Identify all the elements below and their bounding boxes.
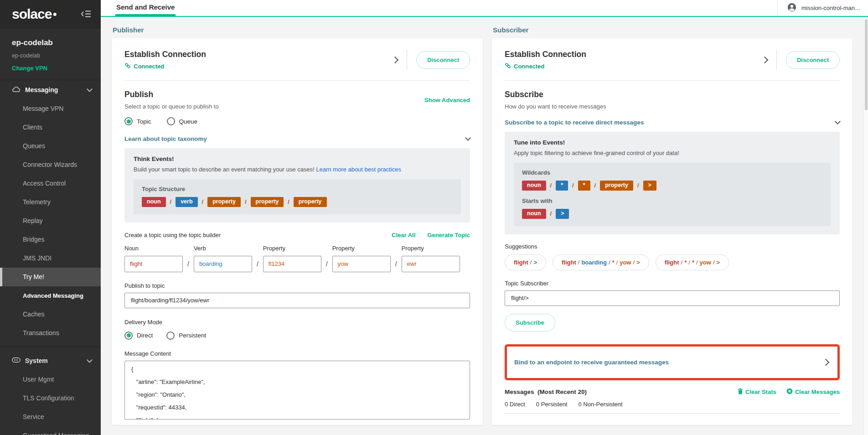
account-menu[interactable]: mission-control-man… <box>777 0 868 16</box>
clear-messages-link[interactable]: Clear Messages <box>786 388 840 396</box>
sidebar-item-message-vpn[interactable]: Message VPN <box>0 99 101 118</box>
suggestion-chip[interactable]: flight/*/*/yow/> <box>656 254 729 270</box>
radio-topic[interactable]: Topic <box>124 117 151 125</box>
sidebar-section-system[interactable]: System <box>0 351 101 370</box>
sidebar-item-user-mgmt[interactable]: User Mgmt <box>0 370 101 389</box>
direct-subscribe-link[interactable]: Subscribe to a topic to receive direct m… <box>505 119 644 126</box>
radio-queue-control[interactable] <box>167 117 175 125</box>
sidebar-section-label: Messaging <box>25 86 58 93</box>
message-content-textarea[interactable]: { "airline": "ExampleAirline", "region":… <box>124 361 470 419</box>
starts-with-label: Starts with <box>522 197 822 204</box>
topic-subscriber-input[interactable] <box>505 290 840 306</box>
system-icon <box>12 357 21 364</box>
suggestion-chips: flight/> flight/boarding/*/yow/> flight/… <box>505 254 840 270</box>
chevron-down-icon[interactable] <box>465 135 471 141</box>
divider <box>505 80 840 81</box>
think-events-title: Think Events! <box>134 155 461 162</box>
sidebar-item-try-me[interactable]: Try Me! <box>0 268 101 286</box>
radio-queue[interactable]: Queue <box>167 117 198 125</box>
user-avatar-icon <box>787 2 797 14</box>
property-input-2[interactable] <box>332 256 391 272</box>
chevron-right-icon[interactable] <box>822 358 830 366</box>
starts-with-badges: noun / > <box>522 209 822 219</box>
property-input-3[interactable] <box>402 256 460 272</box>
sidebar-item-telemetry[interactable]: Telemetry <box>0 193 101 212</box>
sidebar-item-access-control[interactable]: Access Control <box>0 174 101 193</box>
topic-badge: verb <box>176 197 197 207</box>
scrollbar-thumb[interactable] <box>865 19 868 110</box>
vpn-name: ep-codelab <box>12 38 89 47</box>
radio-persistent-control[interactable] <box>166 331 175 340</box>
tab-send-and-receive[interactable]: Send and Receive <box>115 0 176 16</box>
noun-input[interactable] <box>124 256 183 272</box>
radio-persistent[interactable]: Persistent <box>166 331 206 340</box>
sidebar-item-bridges[interactable]: Bridges <box>0 230 101 249</box>
bind-endpoint-link[interactable]: Bind to an endpoint to receive guarantee… <box>514 359 669 366</box>
generate-topic-link[interactable]: Generate Topic <box>427 232 470 238</box>
field-property-3: Property <box>402 245 460 272</box>
messages-title: Messages (Most Recent 20) <box>505 388 587 395</box>
publish-topic-input[interactable] <box>124 293 470 308</box>
topbar: Send and Receive mission-control-man… <box>101 0 868 17</box>
topic-badge: * <box>578 181 590 191</box>
topic-structure-label: Topic Structure <box>142 186 453 192</box>
messages-recent-label: (Most Recent 20) <box>537 388 587 395</box>
suggestion-chip[interactable]: flight/boarding/*/yow/> <box>553 254 649 270</box>
field-property-1: Property <box>263 245 321 272</box>
topic-structure-badges: noun / verb / property / property / prop… <box>142 197 453 207</box>
account-label: mission-control-man… <box>801 5 861 11</box>
chevron-down-icon[interactable] <box>835 119 841 124</box>
sidebar-item-queues[interactable]: Queues <box>0 137 101 155</box>
sidebar-item-jms-jndi[interactable]: JMS JNDI <box>0 249 101 268</box>
sidebar-item-caches[interactable]: Caches <box>0 305 101 324</box>
sidebar-item-connector-wizards[interactable]: Connector Wizards <box>0 155 101 174</box>
chevron-right-icon[interactable] <box>392 56 399 63</box>
show-advanced-link[interactable]: Show Advanced <box>424 97 470 104</box>
change-vpn-link[interactable]: Change VPN <box>12 65 89 72</box>
publish-topic-label: Publish to topic <box>124 282 470 289</box>
sidebar-item-replay[interactable]: Replay <box>0 212 101 230</box>
sidebar-collapse-icon[interactable] <box>81 10 92 18</box>
delivery-radio-group: Direct Persistent <box>124 331 470 340</box>
disconnect-button[interactable]: Disconnect <box>416 51 470 69</box>
sidebar-item-tls-configuration[interactable]: TLS Configuration <box>0 389 101 408</box>
chevron-down-icon <box>87 86 93 92</box>
direct-subscribe-row[interactable]: Subscribe to a topic to receive direct m… <box>505 119 840 126</box>
radio-direct-control[interactable] <box>124 331 133 340</box>
stat-persistent: 0 Persistent <box>536 401 568 408</box>
establish-connection-title: Establish Connection <box>505 50 586 59</box>
taxonomy-row[interactable]: Learn about topic taxonomy <box>124 135 470 142</box>
taxonomy-link[interactable]: Learn about topic taxonomy <box>124 135 207 142</box>
message-content-label: Message Content <box>124 350 470 357</box>
publisher-card: Establish Connection Connected Disconnec… <box>112 38 483 425</box>
sidebar-item-transactions[interactable]: Transactions <box>0 324 101 342</box>
clear-all-link[interactable]: Clear All <box>392 232 415 238</box>
sidebar-item-service[interactable]: Service <box>0 408 101 426</box>
clear-stats-link[interactable]: Clear Stats <box>738 388 776 396</box>
sidebar-item-advanced-messaging[interactable]: Advanced Messaging <box>0 286 101 305</box>
sidebar-item-clients[interactable]: Clients <box>0 118 101 137</box>
verb-input[interactable] <box>194 256 252 272</box>
page-scrollbar[interactable] <box>863 18 868 435</box>
topic-badge: > <box>643 181 656 191</box>
subscriber-heading: Subscriber <box>493 26 852 34</box>
suggestion-chip[interactable]: flight/> <box>505 254 546 270</box>
chevron-right-icon[interactable] <box>761 56 769 63</box>
best-practices-link[interactable]: Learn more about best practices <box>316 166 401 173</box>
subscribe-button[interactable]: Subscribe <box>505 314 555 331</box>
sidebar-item-guaranteed-messaging[interactable]: Guaranteed Messaging <box>0 426 101 435</box>
radio-topic-control[interactable] <box>124 117 133 125</box>
link-icon <box>124 62 131 70</box>
field-verb: Verb <box>194 245 252 272</box>
disconnect-button[interactable]: Disconnect <box>786 51 840 69</box>
link-icon <box>505 62 511 70</box>
publish-title: Publish <box>124 90 219 99</box>
trash-icon <box>738 388 743 396</box>
sidebar-section-messaging[interactable]: Messaging <box>0 80 101 99</box>
bind-endpoint-row[interactable]: Bind to an endpoint to receive guarantee… <box>507 347 837 378</box>
topic-badge: property <box>294 197 327 207</box>
property-input-1[interactable] <box>263 256 321 272</box>
radio-direct[interactable]: Direct <box>124 331 153 340</box>
subscriber-connection-info: Establish Connection Connected <box>505 50 586 70</box>
topic-badge: noun <box>142 197 166 207</box>
